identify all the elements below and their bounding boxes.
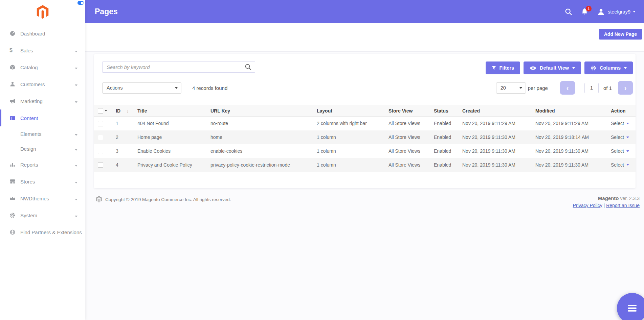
cms-pages-grid: Filters Default View Columns Actions [94,54,636,188]
next-page-button[interactable]: › [618,81,633,95]
sidebar-item-find-partners[interactable]: Find Partners & Extensions [0,224,85,241]
chevron-down-icon [75,65,77,70]
sort-descending-icon: ↓ [127,108,129,114]
default-view-button[interactable]: Default View [524,61,581,74]
cell-id: 2 [112,130,134,144]
actions-dropdown[interactable]: Actions [102,82,181,94]
privacy-policy-link[interactable]: Privacy Policy [573,203,602,208]
records-count: 4 records found [192,85,227,91]
sidebar-item-stores[interactable]: Stores [0,173,85,190]
row-select-action[interactable]: Select [611,121,632,126]
floating-menu-button[interactable] [617,293,644,320]
cell-status: Enabled [430,117,459,130]
table-row[interactable]: 2 Home page home 1 column All Store View… [94,130,636,144]
sidebar-item-label: Content [20,115,38,121]
chevron-down-icon [519,87,522,89]
link-separator: | [604,203,605,208]
cell-title: 404 Not Found [134,117,207,130]
chevron-down-icon [626,123,629,124]
row-checkbox[interactable] [98,149,103,154]
dashboard-icon [9,30,16,36]
column-header-status[interactable]: Status [430,105,459,117]
sidebar-nav: Dashboard $ Sales Catalog Customers [0,25,85,241]
sidebar: Dashboard $ Sales Catalog Customers [0,0,85,320]
account-menu[interactable]: steelgray9 [597,8,635,16]
select-all-header[interactable] [94,105,112,117]
cell-store-view: All Store Views [385,144,430,158]
row-checkbox[interactable] [98,162,103,168]
filters-button[interactable]: Filters [486,61,520,74]
sidebar-item-label: Customers [20,81,45,87]
row-checkbox[interactable] [98,121,103,126]
sidebar-collapse-toggle[interactable] [77,1,84,5]
cell-id: 1 [112,117,134,130]
top-header: Pages 1 steelgray9 [85,0,644,23]
table-header-row: ID ↓ Title URL Key Layout Store View Sta… [94,105,636,117]
dollar-icon: $ [9,47,16,53]
search-input[interactable] [102,61,255,73]
row-select-action[interactable]: Select [611,134,632,140]
notifications-button[interactable]: 1 [581,8,588,15]
cell-title: Privacy and Cookie Policy [134,158,207,172]
sidebar-item-marketing[interactable]: Marketing [0,93,85,109]
grid-search-row: Filters Default View Columns [94,61,636,74]
column-header-title[interactable]: Title [134,105,207,117]
row-select-action[interactable]: Select [611,162,632,168]
chevron-down-icon [75,146,77,152]
sidebar-item-nwdthemes[interactable]: NWDthemes [0,190,85,207]
column-header-store-view[interactable]: Store View [385,105,430,117]
search-icon[interactable] [565,8,572,16]
cell-url-key: no-route [207,117,313,130]
sidebar-item-content[interactable]: Content [0,109,85,126]
table-row[interactable]: 4 Privacy and Cookie Policy privacy-poli… [94,158,636,172]
pager: 20 per page ‹ of 1 › [496,81,633,95]
cell-url-key: enable-cookies [207,144,313,158]
sidebar-item-label: NWDthemes [20,196,49,201]
columns-button[interactable]: Columns [584,61,633,74]
chevron-down-icon [572,67,575,69]
sidebar-item-label: Reports [20,162,38,168]
chevron-down-icon [75,81,77,87]
sidebar-item-customers[interactable]: Customers [0,76,85,93]
sidebar-item-design[interactable]: Design [0,141,85,156]
sidebar-item-sales[interactable]: $ Sales [0,42,85,59]
table-row[interactable]: 3 Enable Cookies enable-cookies 1 column… [94,144,636,158]
sidebar-item-catalog[interactable]: Catalog [0,59,85,76]
column-header-action: Action [607,105,636,117]
cell-title: Enable Cookies [134,144,207,158]
cell-modified: Nov 20, 2019 9:11:29 AM [532,117,607,130]
table-row[interactable]: 1 404 Not Found no-route 2 columns with … [94,117,636,130]
per-page-dropdown[interactable]: 20 [496,82,526,94]
sidebar-item-system[interactable]: System [0,207,85,224]
row-select-action[interactable]: Select [611,148,632,154]
chevron-down-icon [75,179,77,184]
report-issue-link[interactable]: Report an Issue [606,203,640,208]
cell-modified: Nov 20, 2019 9:11:30 AM [532,158,607,172]
sidebar-item-label: Design [20,146,36,152]
column-header-id[interactable]: ID ↓ [112,105,134,117]
column-header-url-key[interactable]: URL Key [207,105,313,117]
sidebar-item-label: Stores [20,179,35,184]
version-number: ver. 2.3.3 [620,196,640,201]
magento-logo[interactable] [37,5,49,19]
select-all-checkbox[interactable] [98,108,103,114]
cell-title: Home page [134,130,207,144]
add-new-page-button[interactable]: Add New Page [599,29,642,40]
cell-status: Enabled [430,144,459,158]
row-checkbox[interactable] [98,135,103,140]
search-icon[interactable] [245,64,252,72]
megaphone-icon [9,98,16,104]
sidebar-item-reports[interactable]: Reports [0,156,85,173]
current-page-input[interactable] [584,83,599,93]
previous-page-button[interactable]: ‹ [560,81,575,95]
chevron-left-icon: ‹ [567,84,569,92]
column-header-layout[interactable]: Layout [313,105,385,117]
cell-layout: 1 column [313,130,385,144]
view-label: Default View [540,65,569,71]
sidebar-item-dashboard[interactable]: Dashboard [0,25,85,42]
column-header-modified[interactable]: Modified [532,105,607,117]
column-header-created[interactable]: Created [459,105,532,117]
sidebar-item-elements[interactable]: Elements [0,126,85,141]
cell-url-key: privacy-policy-cookie-restriction-mode [207,158,313,172]
actions-label: Actions [107,85,123,91]
